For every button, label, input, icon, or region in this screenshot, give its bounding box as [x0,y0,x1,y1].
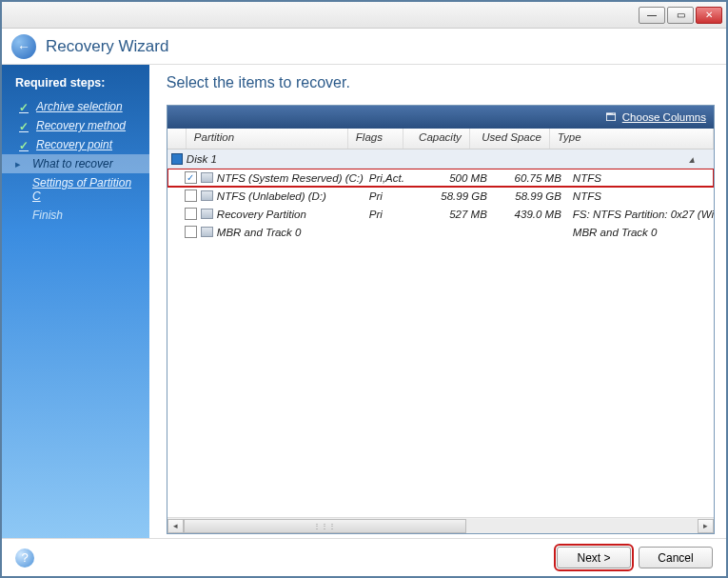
choose-columns-icon: 🗔 [605,111,617,123]
cell-type: NTFS [569,190,714,202]
back-arrow-icon: ← [17,39,30,54]
window-title: Recovery Wizard [46,37,168,56]
partition-icon [201,209,213,219]
scroll-thumb[interactable]: ⋮⋮⋮ [184,519,466,533]
sidebar-item-label: Recovery method [36,119,126,132]
check-icon: ✓ [19,101,30,112]
partition-tree: Disk 1 ▴ ✓NTFS (System Reserved) (C:)Pri… [167,149,714,517]
table-row[interactable]: ✓NTFS (System Reserved) (C:)Pri,Act.500 … [167,169,714,187]
sidebar-item: Finish [2,206,149,225]
maximize-button[interactable]: ▭ [667,7,694,24]
cell-used: 439.0 MB [491,209,565,220]
sidebar-item[interactable]: ✓Recovery point [2,135,149,154]
sidebar-item-label: Finish [32,209,63,222]
partition-panel: 🗔 Choose Columns Partition Flags Capacit… [167,105,715,534]
scroll-left-button[interactable]: ◂ [167,519,184,533]
row-checkbox[interactable] [185,189,197,202]
check-icon: ✓ [19,120,30,131]
scroll-right-button[interactable]: ▸ [698,519,714,533]
main-heading: Select the items to recover. [167,74,715,91]
sidebar-item[interactable]: ✓Recovery method [2,116,149,135]
minimize-button[interactable]: — [639,7,665,24]
cell-partition: NTFS (Unlabeled) (D:) [217,190,365,202]
current-arrow-icon: ▸ [15,158,27,169]
sidebar-item[interactable]: ▸What to recover [2,154,149,173]
cell-type: MBR and Track 0 [569,227,714,238]
row-checkbox[interactable] [185,226,197,238]
close-button[interactable]: ✕ [696,7,722,24]
collapse-icon[interactable]: ▴ [689,152,695,166]
help-button[interactable]: ? [15,548,34,568]
cell-used: 60.75 MB [491,172,565,184]
row-checkbox[interactable]: ✓ [185,171,197,184]
disk-row[interactable]: Disk 1 ▴ [167,149,714,169]
footer: ? Next > Cancel [2,538,726,576]
col-partition[interactable]: Partition [187,129,348,149]
cell-capacity: 58.99 GB [421,190,487,202]
column-headers: Partition Flags Capacity Used Space Type [167,129,714,149]
disk-label: Disk 1 [187,153,217,165]
horizontal-scrollbar[interactable]: ◂ ⋮⋮⋮ ▸ [167,517,714,533]
scroll-track[interactable]: ⋮⋮⋮ [184,519,698,533]
cell-flags: Pri [369,209,417,220]
sidebar-item-label: What to recover [32,157,113,170]
col-capacity[interactable]: Capacity [403,129,470,149]
col-flags[interactable]: Flags [348,129,403,149]
cell-flags: Pri,Act. [369,172,417,184]
table-row[interactable]: NTFS (Unlabeled) (D:)Pri58.99 GB58.99 GB… [167,187,714,205]
back-button[interactable]: ← [11,34,36,59]
cell-capacity: 500 MB [421,172,487,184]
table-row[interactable]: MBR and Track 0MBR and Track 0 [167,223,714,241]
panel-toolbar: 🗔 Choose Columns [167,106,714,129]
choose-columns-link[interactable]: Choose Columns [622,111,706,123]
partition-icon [201,227,213,237]
sidebar-item[interactable]: Settings of Partition C [2,173,149,206]
table-row[interactable]: Recovery PartitionPri527 MB439.0 MBFS: N… [167,205,714,223]
disk-icon [171,153,183,165]
header: ← Recovery Wizard [2,29,726,65]
cancel-button[interactable]: Cancel [639,547,713,568]
sidebar-item[interactable]: ✓Archive selection [2,97,149,116]
col-used[interactable]: Used Space [470,129,550,149]
sidebar-heading: Required steps: [2,72,149,97]
col-type[interactable]: Type [550,129,714,149]
next-button[interactable]: Next > [557,547,631,568]
partition-icon [201,190,213,201]
titlebar: — ▭ ✕ [2,2,726,29]
cell-capacity: 527 MB [421,209,487,220]
cell-type: NTFS [569,172,714,184]
sidebar-item-label: Archive selection [36,100,123,113]
check-icon: ✓ [19,139,30,150]
row-checkbox[interactable] [185,208,197,220]
main-panel: Select the items to recover. 🗔 Choose Co… [149,65,726,538]
cell-used: 58.99 GB [491,190,565,202]
cell-partition: NTFS (System Reserved) (C:) [217,172,365,184]
cell-flags: Pri [369,190,417,202]
cell-partition: MBR and Track 0 [217,227,365,238]
partition-icon [201,172,213,183]
cell-type: FS: NTFS Partition: 0x27 (Wi [569,209,714,220]
sidebar-item-label: Recovery point [36,138,112,151]
cell-partition: Recovery Partition [217,209,365,220]
sidebar-item-label: Settings of Partition C [32,176,136,203]
sidebar: Required steps: ✓Archive selection✓Recov… [2,65,149,538]
